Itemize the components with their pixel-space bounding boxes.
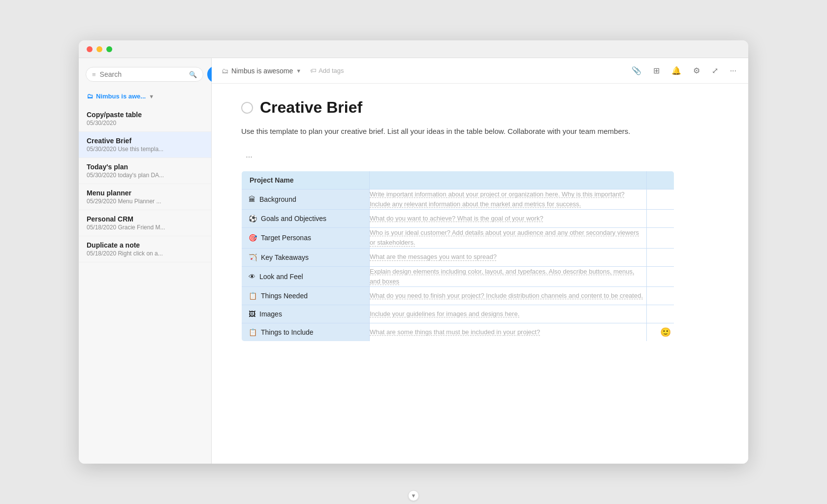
value-cell-background[interactable]: Write important information about your p…	[370, 189, 647, 210]
label-cell-goals: ⚽ Goals and Objectives	[242, 210, 370, 228]
breadcrumb-text: Nimbus is awesome	[231, 67, 293, 75]
expand-icon[interactable]: ⤢	[710, 64, 720, 77]
things-include-icon: 📋	[249, 328, 257, 336]
doc-title-row: Creative Brief	[241, 98, 719, 117]
label-cell-images: 🖼 Images	[242, 305, 370, 323]
things-needed-label: Things Needed	[261, 292, 308, 300]
table-row-things-include: 📋 Things to Include What are some things…	[242, 323, 674, 341]
sidebar-top: ≡ 🔍 +	[79, 66, 211, 91]
images-icon: 🖼	[249, 310, 255, 318]
table-row-takeaways: 🏹 Key Takeaways What are the messages yo…	[242, 248, 674, 266]
doc-title: Creative Brief	[260, 98, 362, 117]
background-placeholder: Write important information about your p…	[370, 190, 625, 208]
document-area: Creative Brief Use this template to plan…	[212, 84, 748, 464]
breadcrumb: 🗂 Nimbus is awesome ▼	[222, 67, 301, 75]
target-label: Target Personas	[261, 234, 311, 242]
titlebar	[79, 40, 748, 58]
background-icon: 🏛	[249, 195, 255, 203]
table-row-images: 🖼 Images Include your guidelines for ima…	[242, 305, 674, 323]
value-cell-target[interactable]: Who is your ideal customer? Add details …	[370, 228, 647, 248]
note-item-todays-plan[interactable]: Today's plan 05/30/2020 today's plan DA.…	[79, 158, 211, 184]
takeaways-placeholder: What are the messages you want to spread…	[370, 253, 497, 260]
target-placeholder: Who is your ideal customer? Add details …	[370, 229, 639, 246]
goals-placeholder: What do you want to achieve? What is the…	[370, 215, 543, 222]
add-tags-button[interactable]: 🏷 Add tags	[306, 65, 348, 76]
note-item-creative-brief[interactable]: Creative Brief 05/30/2020 Use this templ…	[79, 132, 211, 158]
note-item-personal-crm[interactable]: Personal CRM 05/18/2020 Gracie Friend M.…	[79, 210, 211, 236]
value-cell-things-needed[interactable]: What do you need to finish your project?…	[370, 286, 647, 305]
label-cell-target: 🎯 Target Personas	[242, 228, 370, 248]
takeaways-icon: 🏹	[249, 253, 257, 261]
things-needed-icon: 📋	[249, 292, 257, 300]
goals-label: Goals and Objectives	[261, 215, 326, 222]
value-cell-things-include[interactable]: What are some things that must be includ…	[370, 323, 647, 341]
app-body: ≡ 🔍 + 🗂 Nimbus is awe... ▼ Copy/paste ta…	[79, 58, 748, 464]
doc-status-circle[interactable]	[241, 102, 253, 114]
sidebar: ≡ 🔍 + 🗂 Nimbus is awe... ▼ Copy/paste ta…	[79, 58, 212, 464]
value-cell-takeaways[interactable]: What are the messages you want to spread…	[370, 248, 647, 266]
extra-cell-images	[647, 305, 674, 323]
extra-cell-things-needed	[647, 286, 674, 305]
extra-cell-background	[647, 189, 674, 210]
col-header-extra	[647, 171, 674, 189]
maximize-dot[interactable]	[106, 46, 112, 52]
brief-table: Project Name 🏛 Background	[241, 171, 674, 342]
look-feel-icon: 👁	[249, 273, 255, 281]
notes-list: Copy/paste table 05/30/2020 Creative Bri…	[79, 106, 211, 456]
goals-icon: ⚽	[249, 215, 257, 222]
app-window: ≡ 🔍 + 🗂 Nimbus is awe... ▼ Copy/paste ta…	[79, 40, 748, 464]
more-icon[interactable]: ···	[728, 64, 738, 77]
things-needed-placeholder: What do you need to finish your project?…	[370, 292, 643, 299]
images-label: Images	[259, 310, 282, 318]
background-label: Background	[259, 195, 296, 203]
value-cell-goals[interactable]: What do you want to achieve? What is the…	[370, 210, 647, 228]
breadcrumb-dropdown-icon[interactable]: ▼	[296, 68, 301, 74]
topbar-actions: 📎 ⊞ 🔔 ⚙ ⤢ ···	[630, 64, 738, 77]
search-icon: 🔍	[189, 71, 197, 78]
things-include-label: Things to Include	[261, 328, 314, 336]
label-cell-things-needed: 📋 Things Needed	[242, 286, 370, 305]
attach-icon[interactable]: 📎	[630, 64, 643, 77]
emoji-reaction-icon[interactable]: 🙂	[660, 327, 671, 338]
label-cell-things-include: 📋 Things to Include	[242, 323, 370, 341]
table-row-things-needed: 📋 Things Needed What do you need to fini…	[242, 286, 674, 305]
table-row-background: 🏛 Background Write important information…	[242, 189, 674, 210]
note-item-copy-paste[interactable]: Copy/paste table 05/30/2020	[79, 106, 211, 132]
minimize-dot[interactable]	[96, 46, 102, 52]
value-cell-images[interactable]: Include your guidelines for images and d…	[370, 305, 647, 323]
label-cell-look-feel: 👁 Look and Feel	[242, 266, 370, 286]
col-header-name: Project Name	[242, 171, 370, 189]
topbar: 🗂 Nimbus is awesome ▼ 🏷 Add tags 📎 ⊞ 🔔 ⚙…	[212, 58, 748, 84]
search-input[interactable]	[100, 70, 186, 78]
images-placeholder: Include your guidelines for images and d…	[370, 310, 519, 317]
doc-description: Use this template to plan your creative …	[241, 126, 665, 137]
search-box[interactable]: ≡ 🔍	[86, 67, 203, 82]
bell-icon[interactable]: 🔔	[669, 64, 683, 77]
more-options-button[interactable]: ···	[241, 149, 257, 165]
table-row-goals: ⚽ Goals and Objectives What do you want …	[242, 210, 674, 228]
extra-cell-goals	[647, 210, 674, 228]
target-icon: 🎯	[249, 234, 257, 242]
table-header-row: Project Name	[242, 171, 674, 189]
main-content: 🗂 Nimbus is awesome ▼ 🏷 Add tags 📎 ⊞ 🔔 ⚙…	[212, 58, 748, 464]
workspace-name: Nimbus is awe...	[96, 93, 146, 100]
add-tags-label: Add tags	[318, 67, 344, 74]
look-feel-label: Look and Feel	[259, 273, 303, 281]
workspace-label[interactable]: 🗂 Nimbus is awe... ▼	[79, 91, 211, 106]
col-header-value	[370, 171, 647, 189]
workspace-dropdown-icon: ▼	[149, 94, 154, 99]
label-cell-takeaways: 🏹 Key Takeaways	[242, 248, 370, 266]
tag-icon: 🏷	[310, 67, 317, 74]
close-dot[interactable]	[87, 46, 93, 52]
extra-cell-target	[647, 228, 674, 248]
note-item-duplicate[interactable]: Duplicate a note 05/18/2020 Right click …	[79, 236, 211, 262]
look-feel-placeholder: Explain design elements including color,…	[370, 268, 635, 285]
extra-cell-takeaways	[647, 248, 674, 266]
grid-icon[interactable]: ⊞	[651, 64, 662, 77]
note-item-menu-planner[interactable]: Menu planner 05/29/2020 Menu Planner ...	[79, 184, 211, 210]
share-icon[interactable]: ⚙	[691, 64, 702, 77]
value-cell-look-feel[interactable]: Explain design elements including color,…	[370, 266, 647, 286]
extra-cell-things-include: 🙂	[647, 323, 674, 341]
breadcrumb-icon: 🗂	[222, 67, 228, 75]
things-include-placeholder: What are some things that must be includ…	[370, 328, 540, 336]
